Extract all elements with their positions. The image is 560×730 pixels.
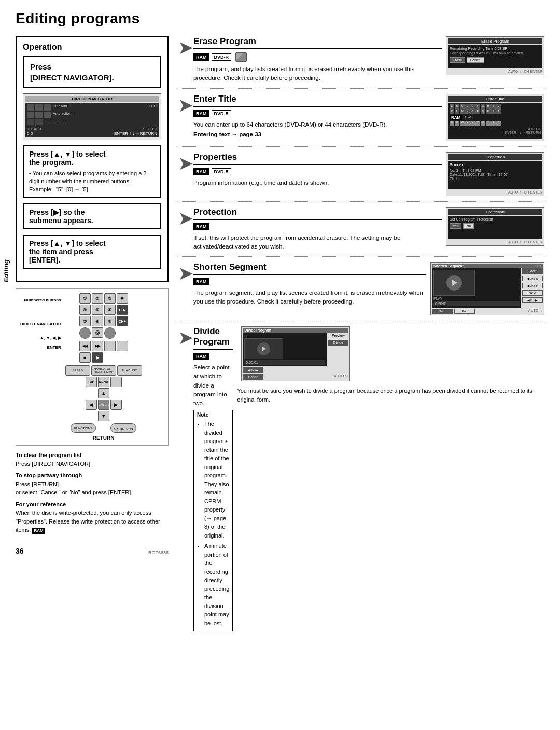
remote-btn-speed[interactable]: SPEED	[65, 365, 90, 376]
remote-btn-right[interactable]: ▶	[110, 400, 122, 410]
enter-title-section: ➤ Enter Title RAM DVD-R You can enter up…	[178, 94, 544, 147]
remote-btn-9[interactable]: ⑨	[104, 316, 116, 326]
divide-note-title: Note	[197, 412, 229, 418]
shorten-btn-start2[interactable]: Start	[432, 309, 453, 314]
protection-content: Protection RAM If set, this will protect…	[193, 207, 442, 252]
remote-btn-menu[interactable]: MENU	[98, 377, 109, 387]
protection-btn-yes[interactable]: Yes	[450, 223, 461, 229]
remote-btn-chminus[interactable]: CH-	[117, 305, 128, 315]
remote-btn-7[interactable]: ⑦	[79, 316, 91, 326]
erase-screen-title: Erase Program	[448, 38, 542, 44]
enter-title-content: Enter Title RAM DVD-R You can enter up t…	[193, 94, 442, 141]
properties-arrow: ➤	[178, 154, 193, 196]
erase-badge-ram: RAM	[193, 53, 209, 61]
remote-btn-return[interactable]: G↩ RETURN	[110, 423, 136, 433]
properties-screen: Properties Soccer No. 3 Th 1:02 PM Date …	[446, 152, 544, 196]
erase-desc: The program, and play lists created from…	[193, 65, 442, 83]
remote-btn-rewind[interactable]: ◀◀	[79, 341, 91, 351]
select-also-text: • You can also select programs by enteri…	[29, 170, 155, 194]
enter-title-desc: You can enter up to 64 characters (DVD-R…	[193, 120, 442, 129]
divide-note-2: A minute portion of the recording direct…	[204, 542, 229, 627]
return-label: RETURN	[93, 435, 115, 441]
remote-btn-1[interactable]: ①	[79, 293, 91, 304]
remote-btn-2[interactable]: ②	[92, 293, 103, 304]
remote-btn-0[interactable]: ⓪	[92, 327, 103, 338]
properties-section: ➤ Properties RAM DVD-R Program informati…	[178, 152, 544, 202]
shorten-title: Shorten Segment	[193, 262, 426, 275]
divide-program-section: ➤ Divide Program RAM Select a point at w…	[178, 326, 544, 631]
remote-btn-functions[interactable]: FUNCTIONS	[71, 423, 96, 433]
page-number: 36	[16, 547, 24, 555]
submenu-box: Press [▶] so the submenu appears.	[23, 203, 161, 229]
protection-btn-no[interactable]: No	[463, 223, 474, 229]
divide-screen-title: Divide Program	[244, 328, 271, 332]
remote-btn-circle[interactable]	[79, 327, 91, 339]
press-direct-text: Press [DIRECT NAVIGATOR].	[30, 61, 154, 83]
shorten-desc: The program segment, and play list scene…	[193, 288, 426, 307]
remote-btn-stop[interactable]: ■	[79, 352, 91, 363]
remote-btn-6[interactable]: ⑥	[104, 305, 116, 315]
protection-screen-title: Protection	[448, 209, 542, 215]
protection-screen: Protection Set Up Program Protection Yes…	[446, 207, 544, 252]
remote-btn-4[interactable]: ④	[79, 305, 91, 315]
remote-btn-top[interactable]: TOP	[86, 377, 97, 387]
erase-content: Erase Program RAM DVD-R The program, and…	[193, 36, 442, 83]
divide-btn-exit[interactable]: ◀Exit▶	[243, 367, 263, 373]
remote-btn-t1[interactable]	[104, 341, 116, 351]
divide-btn-divide2[interactable]: Divide	[243, 374, 263, 380]
protection-section: ➤ Protection RAM If set, this will prote…	[178, 207, 544, 257]
for-ref-title: For your reference	[16, 500, 169, 509]
erase-btn-cancel[interactable]: Cancel	[467, 57, 484, 63]
divide-notes-list: The divided programs retain the title of…	[197, 420, 229, 627]
page-title: Editing programs	[16, 10, 544, 27]
erase-btn-erase[interactable]: Erase	[450, 57, 465, 63]
remote-btn-up[interactable]: ▲	[98, 388, 109, 398]
remote-btn-playlist[interactable]: PLAY LIST	[117, 365, 142, 376]
enter-title-title: Enter Title	[193, 94, 442, 107]
editing-vertical-label: Editing	[2, 259, 10, 282]
shorten-btn-exit[interactable]: ◀Exit▶	[522, 297, 543, 303]
shorten-arrow: ➤	[178, 264, 193, 315]
divide-btn-preview[interactable]: Preview	[328, 333, 348, 338]
remote-btn-play[interactable]: ▶	[92, 352, 103, 363]
remote-btn-navi2[interactable]	[110, 377, 122, 387]
protection-desc: If set, this will protect the program fr…	[193, 233, 442, 252]
to-stop-title: To stop partway through	[16, 471, 169, 480]
shorten-btn-start[interactable]: Start	[522, 268, 543, 274]
eraser-icon	[235, 52, 247, 62]
for-ref-desc: When the disc is write-protected, you ca…	[16, 508, 169, 534]
remote-btn-down[interactable]: ▼	[98, 411, 109, 421]
shorten-btn-next[interactable]: Next	[522, 290, 543, 296]
remote-btn-5[interactable]: ⑤	[92, 305, 103, 315]
enter-title-badge-ram: RAM	[193, 110, 209, 117]
divide-badges: RAM	[193, 353, 233, 360]
navigator-screen: DIRECT NAVIGATOR Dinosaur EDIT Auto acti…	[23, 93, 161, 140]
remote-btn-3[interactable]: ③	[104, 293, 116, 304]
select-program-box: Press [▲, ▼] to select the program. • Yo…	[23, 145, 161, 198]
remote-btn-chplus[interactable]: CH+	[117, 316, 128, 326]
divide-btn-divide[interactable]: Divide	[328, 340, 348, 346]
submenu-text: Press [▶] so the submenu appears.	[29, 208, 155, 225]
divide-note-box: Note The divided programs retain the tit…	[193, 410, 233, 631]
operation-title: Operation	[23, 43, 161, 52]
divide-badge-ram: RAM	[193, 353, 209, 360]
remote-btn-ffwd[interactable]: ▶▶	[92, 341, 103, 351]
enter-title-screen-title: Enter Title	[448, 96, 542, 102]
remote-btn-star[interactable]: ✱	[117, 293, 128, 304]
shorten-badges: RAM	[193, 278, 426, 285]
remote-btn-8[interactable]: ⑧	[92, 316, 103, 326]
divide-content: Divide Program RAM Select a point at whi…	[193, 326, 233, 631]
remote-btn-enter[interactable]: ENTER	[98, 400, 109, 410]
shorten-btn-end-p[interactable]: ◀End P	[522, 283, 543, 288]
remote-btn-t2[interactable]	[117, 341, 128, 351]
shorten-btn-end2[interactable]: End	[454, 309, 475, 314]
shorten-btn-end-n[interactable]: ◀End N	[522, 276, 543, 281]
remote-btn-navi[interactable]: NAVIGATORDIRECT NAVI	[91, 365, 116, 376]
properties-screen-title: Properties	[448, 154, 542, 160]
entering-text-link: Entering text → page 33	[193, 131, 442, 137]
remote-btn-oval[interactable]	[104, 327, 116, 339]
remote-btn-left[interactable]: ◀	[86, 400, 97, 410]
divide-desc: Select a point at which to divide a prog…	[193, 363, 233, 408]
erase-screen: Erase Program Remaining Recording Time 0…	[446, 36, 544, 83]
operation-box: Operation Press [DIRECT NAVIGATOR]. DIRE…	[16, 36, 169, 282]
